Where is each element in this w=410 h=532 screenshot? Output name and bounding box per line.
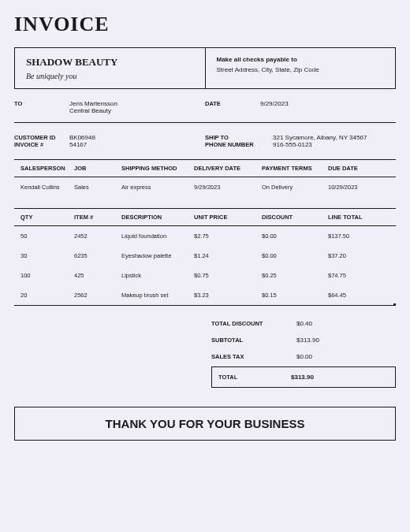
total-discount-label: TOTAL DISCOUNT bbox=[211, 320, 290, 327]
date-label: DATE bbox=[205, 100, 260, 114]
tax-label: SALES TAX bbox=[211, 353, 290, 360]
cell: $0.75 bbox=[192, 272, 260, 279]
cell: $74.75 bbox=[326, 272, 393, 279]
cell: 20 bbox=[14, 292, 73, 299]
invoice-num-label: INVOICE # bbox=[14, 141, 69, 148]
payable-block: Make all checks payable to Street Addres… bbox=[206, 48, 396, 88]
cell: $0.15 bbox=[260, 292, 326, 299]
cell: 50 bbox=[14, 233, 73, 240]
cell: $3.23 bbox=[192, 292, 260, 299]
subtotal-label: SUBTOTAL bbox=[211, 337, 290, 344]
table-row: 306235Eyeshadow palette$1.24$0.00$37.20 bbox=[14, 246, 396, 266]
shipping-header: SALESPERSON JOB SHIPPING METHOD DELIVERY… bbox=[14, 159, 396, 177]
to-name: Jens Martensson bbox=[69, 100, 117, 107]
delivery-date: 9/29/2023 bbox=[192, 184, 260, 191]
cell: $137.50 bbox=[326, 233, 393, 240]
col-due: DUE DATE bbox=[326, 165, 393, 172]
to-label: TO bbox=[14, 100, 69, 114]
cell: $1.24 bbox=[192, 252, 260, 259]
cell: Liquid foundation bbox=[120, 233, 192, 240]
cell: 100 bbox=[14, 272, 73, 279]
payable-address: Street Address, City, State, Zip Code bbox=[217, 66, 385, 73]
to-company: Central Beauty bbox=[69, 107, 117, 114]
to-date-row: TO Jens Martensson Central Beauty DATE 9… bbox=[14, 100, 396, 114]
table-row: 100425Lipstick$0.75$0.25$74.75 bbox=[14, 266, 396, 285]
phone-label: PHONE NUMBER bbox=[205, 141, 273, 148]
col-method: SHIPPING METHOD bbox=[120, 165, 192, 172]
due-date: 10/29/2023 bbox=[326, 184, 393, 191]
total: $313.90 bbox=[285, 374, 348, 381]
items-divider bbox=[14, 305, 396, 306]
divider bbox=[14, 122, 396, 123]
totals-block: TOTAL DISCOUNT $0.40 SUBTOTAL $313.90 SA… bbox=[211, 315, 396, 388]
payable-label: Make all checks payable to bbox=[217, 56, 385, 63]
ship-address: 321 Sycamore, Albany, NY 34567 bbox=[273, 134, 367, 141]
table-row: 502452Liquid foundation$2.75$0.00$137.50 bbox=[14, 226, 396, 246]
subtotal: $313.90 bbox=[290, 337, 353, 344]
cell: Lipstick bbox=[120, 272, 192, 279]
ship-phone: 916-555-0123 bbox=[273, 141, 367, 148]
table-row: 202562Makeup brush set$3.23$0.15$64.45 bbox=[14, 285, 396, 305]
col-desc: DESCRIPTION bbox=[120, 214, 192, 221]
cell: $37.20 bbox=[326, 252, 393, 259]
shipping-row: Kendall Collins Sales Air express 9/29/2… bbox=[14, 177, 396, 197]
items-header: QTY ITEM # DESCRIPTION UNIT PRICE DISCOU… bbox=[14, 208, 396, 226]
total-discount: $0.40 bbox=[290, 320, 353, 327]
customer-id-label: CUSTOMER ID bbox=[14, 134, 69, 141]
cell: $0.00 bbox=[260, 252, 326, 259]
cell: Eyeshadow palette bbox=[120, 252, 192, 259]
cell: $0.25 bbox=[260, 272, 326, 279]
cell: 2562 bbox=[73, 292, 120, 299]
cell: 425 bbox=[73, 272, 120, 279]
cell: $2.75 bbox=[192, 233, 260, 240]
col-qty: QTY bbox=[14, 214, 73, 221]
cell: 2452 bbox=[73, 233, 120, 240]
cell: 6235 bbox=[73, 252, 120, 259]
header-box: SHADOW BEAUTY Be uniquely you Make all c… bbox=[14, 47, 396, 89]
customer-ship-row: CUSTOMER ID INVOICE # BK06948 54167 SHIP… bbox=[14, 134, 396, 148]
col-total: LINE TOTAL bbox=[326, 214, 393, 221]
shipping-method: Air express bbox=[120, 184, 192, 191]
cell: Makeup brush set bbox=[120, 292, 192, 299]
salesperson: Kendall Collins bbox=[14, 184, 73, 191]
total-label: TOTAL bbox=[212, 374, 285, 381]
company-name: SHADOW BEAUTY bbox=[26, 56, 194, 69]
total-box: TOTAL $313.90 bbox=[211, 366, 396, 388]
invoice-title: INVOICE bbox=[14, 13, 396, 36]
date-value: 9/29/2023 bbox=[260, 100, 289, 114]
customer-id: BK06948 bbox=[69, 134, 95, 141]
job: Sales bbox=[73, 184, 120, 191]
col-salesperson: SALESPERSON bbox=[14, 165, 73, 172]
col-delivery: DELIVERY DATE bbox=[192, 165, 260, 172]
cell: $0.00 bbox=[260, 233, 326, 240]
tax: $0.00 bbox=[290, 353, 353, 360]
col-disc: DISCOUNT bbox=[260, 214, 326, 221]
col-price: UNIT PRICE bbox=[192, 214, 260, 221]
company-tagline: Be uniquely you bbox=[26, 72, 194, 80]
payment-terms: On Delivery bbox=[260, 184, 326, 191]
invoice-num: 54167 bbox=[69, 141, 95, 148]
cell: $64.45 bbox=[326, 292, 393, 299]
col-item: ITEM # bbox=[73, 214, 120, 221]
col-terms: PAYMENT TERMS bbox=[260, 165, 326, 172]
col-job: JOB bbox=[73, 165, 120, 172]
cell: 30 bbox=[14, 252, 73, 259]
shipto-label: SHIP TO bbox=[205, 134, 273, 141]
thank-you: THANK YOU FOR YOUR BUSINESS bbox=[14, 407, 396, 441]
company-block: SHADOW BEAUTY Be uniquely you bbox=[15, 48, 206, 88]
